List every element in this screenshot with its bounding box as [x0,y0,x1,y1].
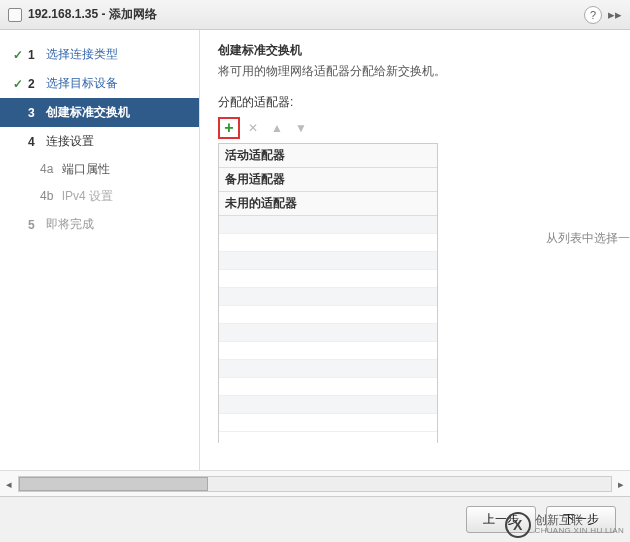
adapters-label: 分配的适配器: [218,94,612,111]
wizard-content: 创建标准交换机 将可用的物理网络适配器分配给新交换机。 分配的适配器: + ✕ … [200,30,630,470]
check-icon: ✓ [8,77,28,91]
horizontal-scrollbar[interactable]: ◂ ▸ [0,470,630,496]
adapter-list[interactable]: 活动适配器 备用适配器 未用的适配器 [218,143,438,443]
watermark-logo-icon: X [505,512,531,538]
scroll-track[interactable] [18,476,612,492]
dialog-title: 192.168.1.35 - 添加网络 [28,6,584,23]
add-adapter-button[interactable]: + [218,117,240,139]
wizard-button-bar: 上一步 下一步 X 创新互联 CHUANG XIN HU LIAN [0,496,630,542]
scroll-thumb[interactable] [19,477,208,491]
step-number: 5 [28,218,46,232]
step-select-target-device[interactable]: ✓ 2 选择目标设备 [0,69,199,98]
list-item[interactable] [219,360,437,378]
step-label: 选择连接类型 [46,46,118,63]
step-label: 选择目标设备 [46,75,118,92]
list-item[interactable] [219,342,437,360]
substep-ipv4-settings[interactable]: 4b IPv4 设置 [0,183,199,210]
step-create-standard-switch[interactable]: 3 创建标准交换机 [0,98,199,127]
check-icon: ✓ [8,48,28,62]
arrow-down-icon: ▼ [295,121,307,135]
help-icon[interactable]: ? [584,6,602,24]
content-subtext: 将可用的物理网络适配器分配给新交换机。 [218,63,612,80]
title-label: 添加网络 [109,7,157,21]
group-active-adapters[interactable]: 活动适配器 [219,144,437,168]
wizard-steps: ✓ 1 选择连接类型 ✓ 2 选择目标设备 3 创建标准交换机 4 连接设置 4… [0,30,200,470]
substep-port-properties[interactable]: 4a 端口属性 [0,156,199,183]
substep-number: 4a [40,162,53,176]
substep-label: 端口属性 [62,162,110,176]
step-number: 2 [28,77,46,91]
step-select-connection-type[interactable]: ✓ 1 选择连接类型 [0,40,199,69]
watermark: X 创新互联 CHUANG XIN HU LIAN [505,512,624,538]
step-ready-to-complete[interactable]: 5 即将完成 [0,210,199,239]
group-unused-adapters[interactable]: 未用的适配器 [219,192,437,216]
fast-forward-icon[interactable]: ▸▸ [608,7,622,22]
list-item[interactable] [219,270,437,288]
host-icon [8,8,22,22]
step-number: 3 [28,106,46,120]
move-up-button[interactable]: ▲ [266,117,288,139]
substep-number: 4b [40,189,53,203]
list-item[interactable] [219,324,437,342]
step-number: 1 [28,48,46,62]
step-label: 创建标准交换机 [46,104,130,121]
step-number: 4 [28,135,46,149]
arrow-up-icon: ▲ [271,121,283,135]
watermark-text: 创新互联 CHUANG XIN HU LIAN [535,514,624,536]
list-item[interactable] [219,216,437,234]
step-connection-settings[interactable]: 4 连接设置 [0,127,199,156]
scroll-left-arrow-icon[interactable]: ◂ [0,475,18,493]
scroll-right-arrow-icon[interactable]: ▸ [612,475,630,493]
list-item[interactable] [219,234,437,252]
remove-adapter-button[interactable]: ✕ [242,117,264,139]
list-item[interactable] [219,252,437,270]
title-sep: - [98,7,109,21]
list-item[interactable] [219,396,437,414]
step-label: 即将完成 [46,216,94,233]
substep-label: IPv4 设置 [62,189,113,203]
move-down-button[interactable]: ▼ [290,117,312,139]
watermark-sub: CHUANG XIN HU LIAN [535,527,624,536]
x-icon: ✕ [248,121,258,135]
group-standby-adapters[interactable]: 备用适配器 [219,168,437,192]
list-item[interactable] [219,288,437,306]
dialog-titlebar: 192.168.1.35 - 添加网络 ? ▸▸ [0,0,630,30]
content-heading: 创建标准交换机 [218,42,612,59]
list-item[interactable] [219,306,437,324]
list-item[interactable] [219,414,437,432]
list-item[interactable] [219,378,437,396]
main-area: ✓ 1 选择连接类型 ✓ 2 选择目标设备 3 创建标准交换机 4 连接设置 4… [0,30,630,470]
adapter-toolbar: + ✕ ▲ ▼ [218,117,612,139]
step-label: 连接设置 [46,133,94,150]
host-ip: 192.168.1.35 [28,7,98,21]
plus-icon: + [224,121,233,135]
side-hint: 从列表中选择一 [546,230,630,247]
